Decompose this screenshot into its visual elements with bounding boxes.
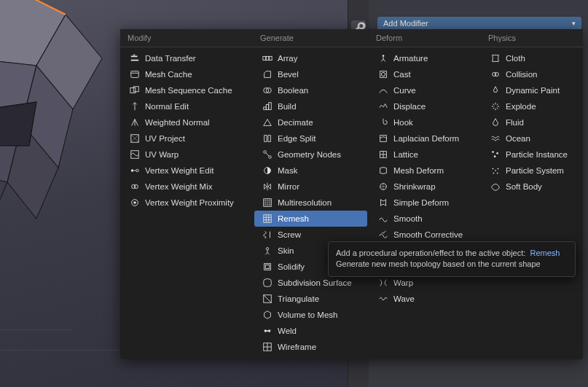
modifier-subdivision-surface[interactable]: Subdivision Surface (254, 275, 367, 291)
modifier-smooth-corrective[interactable]: Smooth Corrective (370, 227, 479, 243)
modifier-vertex-weight-mix[interactable]: Vertex Weight Mix (122, 179, 251, 195)
svg-point-51 (494, 155, 496, 157)
decimate-icon (262, 117, 273, 128)
svg-point-54 (498, 168, 499, 170)
boolean-icon (262, 85, 273, 96)
chevron-down-icon: ▾ (572, 20, 576, 27)
tooltip-highlight: Remesh (530, 249, 560, 257)
add-modifier-dropdown[interactable]: Add Modifier ▾ (377, 17, 581, 30)
mirror-icon (262, 181, 273, 192)
modifier-curve[interactable]: Curve (370, 82, 479, 98)
hook-icon (377, 117, 389, 128)
weld-icon (262, 325, 273, 337)
svg-point-52 (495, 170, 496, 171)
volume-to-mesh-icon (262, 309, 273, 321)
modifier-uv-warp[interactable]: UV Warp (122, 146, 251, 163)
modifier-soft-body[interactable]: Soft Body (482, 179, 581, 195)
triangulate-icon (262, 293, 273, 305)
modifier-laplacian-deform[interactable]: Laplacian Deform (370, 130, 479, 146)
geometry-nodes-icon (262, 149, 273, 160)
svg-point-55 (493, 173, 495, 174)
modifier-particle-system[interactable]: Particle System (482, 163, 581, 179)
modifier-fluid[interactable]: Fluid (482, 114, 581, 130)
modifier-lattice[interactable]: Lattice (370, 146, 479, 163)
dropdown-header-row: Modify Generate Deform Physics (120, 29, 583, 47)
svg-point-43 (381, 72, 385, 76)
modifier-cloth[interactable]: Cloth (482, 50, 581, 66)
skin-icon (262, 245, 273, 257)
modifier-build[interactable]: Build (254, 98, 367, 114)
modifier-weld[interactable]: Weld (254, 323, 367, 339)
screw-icon (262, 229, 273, 241)
svg-point-38 (264, 329, 267, 332)
column-physics: Cloth Collision Dynamic Paint Explode Fl… (481, 50, 583, 355)
bevel-icon (262, 69, 273, 80)
modifier-mesh-deform[interactable]: Mesh Deform (370, 163, 479, 179)
column-header-generate: Generate (253, 29, 369, 47)
modifier-vertex-weight-edit[interactable]: Vertex Weight Edit (122, 163, 251, 179)
modifier-collision[interactable]: Collision (482, 66, 581, 82)
curve-icon (377, 85, 389, 96)
svg-rect-9 (131, 71, 139, 78)
modifier-decimate[interactable]: Decimate (254, 114, 367, 130)
svg-point-14 (131, 169, 134, 172)
modifier-normal-edit[interactable]: Normal Edit (122, 98, 251, 114)
mesh-cache-icon (129, 69, 141, 80)
wireframe-icon (262, 341, 273, 353)
modifier-geometry-nodes[interactable]: Geometry Nodes (254, 146, 367, 163)
build-icon (262, 101, 273, 112)
modifier-mesh-sequence-cache[interactable]: Mesh Sequence Cache (122, 82, 251, 98)
tooltip-line1-prefix: Add a procedural operation/effect to the… (336, 249, 525, 257)
modifier-bevel[interactable]: Bevel (254, 66, 367, 82)
svg-rect-32 (264, 215, 272, 223)
modifier-ocean[interactable]: Ocean (482, 130, 581, 146)
modifier-particle-instance[interactable]: Particle Instance (482, 146, 581, 163)
svg-point-33 (266, 248, 269, 251)
solidify-icon (262, 261, 273, 273)
modifier-boolean[interactable]: Boolean (254, 82, 367, 98)
modifier-vertex-weight-proximity[interactable]: Vertex Weight Proximity (122, 195, 251, 211)
modifier-screw[interactable]: Screw (254, 227, 367, 243)
modifier-mesh-cache[interactable]: Mesh Cache (122, 66, 251, 82)
lattice-icon (377, 149, 389, 160)
modifier-explode[interactable]: Explode (482, 98, 581, 114)
modifier-smooth[interactable]: Smooth (370, 211, 479, 227)
modifier-simple-deform[interactable]: Simple Deform (370, 195, 479, 211)
modifier-array[interactable]: Array (254, 50, 367, 66)
armature-icon (377, 52, 389, 64)
modifier-uv-project[interactable]: UV Project (122, 130, 251, 146)
modifier-displace[interactable]: Displace (370, 98, 479, 114)
svg-point-18 (133, 201, 136, 204)
modifier-mirror[interactable]: Mirror (254, 179, 367, 195)
cloth-icon (490, 52, 501, 64)
modifier-mask[interactable]: Mask (254, 163, 367, 179)
modifier-edge-split[interactable]: Edge Split (254, 130, 367, 146)
modifier-wireframe[interactable]: Wireframe (254, 339, 367, 355)
modifier-volume-to-mesh[interactable]: Volume to Mesh (254, 307, 367, 323)
svg-point-50 (496, 152, 498, 155)
svg-point-28 (264, 151, 267, 154)
svg-rect-27 (269, 103, 272, 110)
modifier-warp[interactable]: Warp (370, 275, 479, 291)
modifier-triangulate[interactable]: Triangulate (254, 291, 367, 307)
svg-point-53 (493, 168, 494, 170)
modifier-remesh[interactable]: Remesh (254, 211, 367, 227)
modifier-cast[interactable]: Cast (370, 66, 479, 82)
smooth-icon (377, 213, 389, 224)
modifier-data-transfer[interactable]: Data Transfer (122, 50, 251, 66)
uv-warp-icon (129, 149, 141, 160)
modifier-multiresolution[interactable]: Multiresolution (254, 195, 367, 211)
modifier-weighted-normal[interactable]: Weighted Normal (122, 114, 251, 130)
dynamic-paint-icon (490, 85, 501, 96)
modifier-wave[interactable]: Wave (370, 291, 479, 307)
modifier-hook[interactable]: Hook (370, 114, 479, 130)
modifier-shrinkwrap[interactable]: Shrinkwrap (370, 179, 479, 195)
vertex-weight-mix-icon (129, 181, 141, 192)
svg-rect-21 (266, 56, 269, 60)
tooltip: Add a procedural operation/effect to the… (328, 241, 576, 277)
column-header-physics: Physics (481, 29, 583, 47)
modifier-armature[interactable]: Armature (370, 50, 479, 66)
modifier-dynamic-paint[interactable]: Dynamic Paint (482, 82, 581, 98)
wave-icon (377, 293, 389, 305)
column-deform: Armature Cast Curve Displace Hook Laplac… (369, 50, 481, 355)
